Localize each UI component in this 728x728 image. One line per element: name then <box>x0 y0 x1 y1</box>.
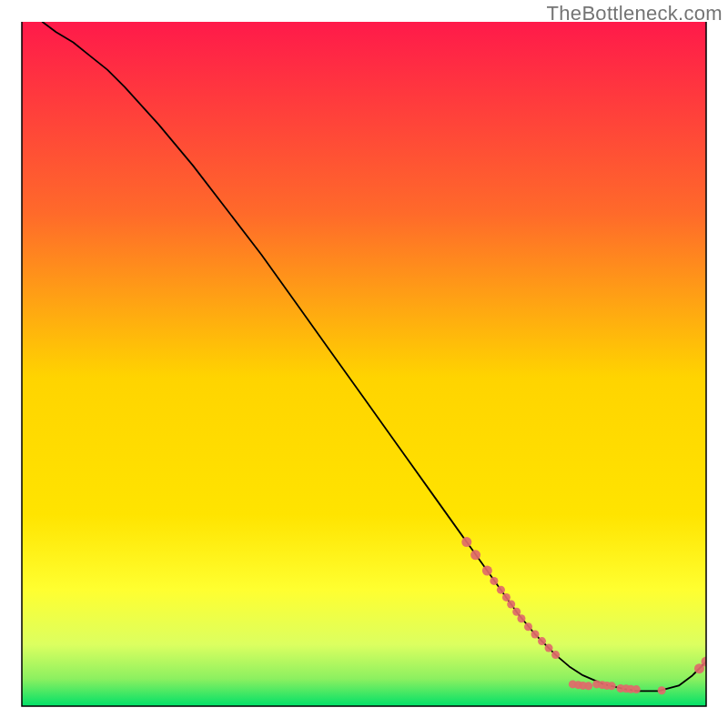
data-point <box>608 682 616 690</box>
chart-svg <box>0 0 728 728</box>
data-point <box>658 686 666 694</box>
data-point <box>538 637 546 645</box>
chart-container: TheBottleneck.com <box>0 0 728 728</box>
data-point <box>497 586 505 594</box>
data-point <box>512 608 521 616</box>
data-point <box>632 685 641 693</box>
data-point <box>507 600 515 608</box>
data-point <box>482 566 492 576</box>
watermark-label: TheBottleneck.com <box>547 2 723 25</box>
data-point <box>551 651 560 659</box>
data-point <box>531 631 540 639</box>
data-point <box>545 644 553 652</box>
data-point <box>470 550 480 560</box>
gradient-background <box>22 22 706 706</box>
data-point <box>490 577 498 585</box>
data-point <box>524 622 532 631</box>
data-point <box>584 682 592 690</box>
data-point <box>502 593 511 602</box>
data-point <box>461 537 471 547</box>
data-point <box>517 614 525 622</box>
